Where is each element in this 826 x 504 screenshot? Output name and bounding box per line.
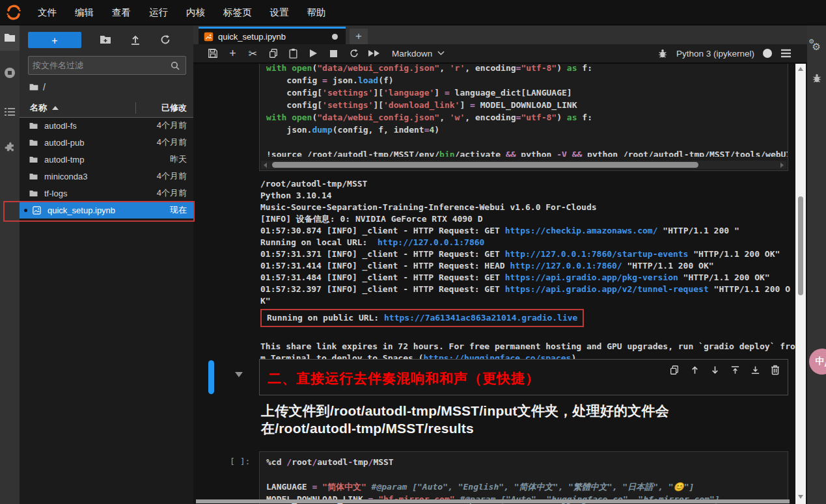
output-link[interactable]: https://7a61341ac863a21014.gradio.live [384, 313, 577, 323]
file-row-selected[interactable]: quick_setup.ipynb 现在 [20, 202, 193, 219]
scroll-down-arrow-icon[interactable] [798, 495, 803, 499]
cut-cells-icon[interactable]: ✂ [243, 46, 263, 61]
save-icon[interactable] [202, 46, 223, 61]
delete-icon[interactable] [769, 364, 781, 376]
debugger-bug-icon[interactable] [807, 65, 826, 91]
move-up-icon[interactable] [689, 364, 700, 376]
menu-kernel[interactable]: 内核 [177, 0, 214, 25]
menu-edit[interactable]: 编辑 [66, 0, 103, 25]
cell-type-dropdown[interactable]: Markdown [392, 49, 445, 59]
code-editor[interactable]: %cd /root/autodl-tmp/MSST LANGUAGE = "简体… [260, 452, 788, 504]
duplicate-icon[interactable] [668, 364, 680, 376]
toolbar-right-group: Python 3 (ipykernel) [657, 48, 792, 59]
folder-icon [29, 121, 39, 131]
insert-above-icon[interactable] [729, 364, 741, 376]
output-link[interactable]: https://checkip.amazonaws.com/ [505, 226, 658, 235]
scrollbar-thumb[interactable] [272, 162, 698, 168]
tab-modified-dot[interactable] [332, 34, 338, 40]
right-sidebar: ⚙⚙ [807, 25, 826, 504]
unsaved-dot [24, 209, 27, 212]
extensions-icon[interactable] [0, 135, 20, 161]
paste-cells-icon[interactable] [283, 46, 303, 61]
tab-quick-setup[interactable]: quick_setup.ipynb [199, 27, 346, 44]
scrollbar-thumb[interactable] [798, 196, 803, 295]
cell-horizontal-scrollbar[interactable] [261, 161, 786, 169]
run-cell-icon[interactable] [303, 46, 324, 61]
file-list-header: 名称 已修改 [20, 99, 193, 118]
cell-collapser-icon[interactable] [235, 372, 243, 377]
output-link[interactable]: https://api.gradio.app/v2/tunnel-request [505, 284, 709, 294]
file-row[interactable]: autodl-pub 4个月前 [20, 134, 193, 151]
chevron-down-icon [437, 51, 445, 56]
output-link[interactable]: http://127.0.0.1:7860/ [510, 261, 622, 271]
property-inspector-gears-icon[interactable]: ⚙⚙ [807, 34, 826, 60]
menu-bar: 文件 编辑 查看 运行 内核 标签页 设置 帮助 [0, 0, 826, 25]
file-row[interactable]: tf-logs 4个月前 [20, 185, 193, 202]
upload-icon[interactable] [120, 34, 150, 46]
running-sessions-icon[interactable] [0, 60, 20, 86]
file-browser-toolbar: + [20, 29, 193, 51]
code-editor[interactable]: with open("data/webui_config.json", 'r',… [260, 64, 788, 157]
cell2-horizontal-scrollbar[interactable] [196, 499, 790, 503]
cell-selection-bar[interactable] [208, 360, 214, 394]
menu-tabs[interactable]: 标签页 [214, 0, 261, 25]
breadcrumb-root[interactable]: / [43, 82, 46, 92]
copy-cells-icon[interactable] [263, 46, 283, 61]
notebook-panel: quick_setup.ipynb + + ✂ [193, 25, 807, 504]
column-header-modified[interactable]: 已修改 [136, 102, 193, 114]
restart-kernel-icon[interactable] [344, 46, 364, 61]
output-link[interactable]: https://api.gradio.app/pkg-version [505, 272, 678, 282]
file-browser-panel: + / 名称 已修改 [20, 25, 193, 504]
search-icon [170, 60, 180, 71]
activity-bar [0, 25, 20, 504]
column-header-name[interactable]: 名称 [20, 102, 135, 114]
file-row[interactable]: miniconda3 4个月前 [20, 168, 193, 185]
app-logo-icon [5, 4, 22, 21]
folder-icon [29, 172, 39, 181]
scroll-left-arrow-icon[interactable] [264, 163, 267, 168]
code-cell-2[interactable]: %cd /root/autodl-tmp/MSST LANGUAGE = "简体… [259, 451, 788, 504]
add-cell-icon[interactable]: + [223, 46, 243, 61]
menu-file[interactable]: 文件 [29, 0, 66, 25]
new-launcher-button[interactable]: + [28, 32, 81, 48]
insert-below-icon[interactable] [749, 364, 761, 376]
file-row[interactable]: autodl-fs 4个月前 [20, 117, 193, 134]
toolbar-menu-icon[interactable] [780, 49, 792, 58]
kernel-switcher[interactable]: Python 3 (ipykernel) [676, 49, 754, 59]
tab-title: quick_setup.ipynb [218, 32, 286, 42]
restart-run-all-icon[interactable] [364, 46, 384, 61]
kernel-status-indicator[interactable] [763, 49, 772, 58]
new-tab-button[interactable]: + [350, 29, 368, 44]
scroll-up-arrow-icon[interactable] [798, 67, 803, 71]
output-link[interactable]: http://127.0.0.1:7860/startup-events [505, 249, 689, 259]
markdown-paragraph: 上传文件到/root/autodl-tmp/MSST/input文件夹，处理好的… [261, 402, 697, 437]
menu-help[interactable]: 帮助 [298, 0, 335, 25]
cell-prompt: [ ]: [230, 457, 257, 466]
jupyterlab-window: 文件 编辑 查看 运行 内核 标签页 设置 帮助 + [0, 0, 826, 504]
notebook-toolbar: + ✂ Markdown Python 3 (ipyker [193, 44, 807, 64]
folder-icon [29, 155, 39, 165]
interrupt-kernel-icon[interactable] [324, 46, 344, 61]
notebook-tab-icon [204, 32, 213, 42]
output-link[interactable]: http://127.0.0.1:7860 [378, 237, 484, 247]
scroll-right-arrow-icon[interactable] [780, 163, 784, 168]
markdown-cell[interactable]: 二、直接运行去伴奏混响和和声（更快捷） [259, 359, 788, 395]
menu-run[interactable]: 运行 [140, 0, 177, 25]
file-filter-box [28, 56, 186, 75]
menu-settings[interactable]: 设置 [261, 0, 298, 25]
table-of-contents-icon[interactable] [0, 99, 20, 125]
file-filter-input[interactable] [29, 60, 170, 70]
folder-icon [29, 189, 39, 198]
annotation-public-url: Running on public URL: https://7a61341ac… [260, 309, 584, 327]
tab-bar: quick_setup.ipynb + [193, 25, 807, 44]
notebook-vertical-scrollbar[interactable] [795, 64, 806, 504]
file-browser-icon[interactable] [0, 25, 20, 51]
file-row[interactable]: autodl-tmp 昨天 [20, 151, 193, 168]
move-down-icon[interactable] [709, 364, 721, 376]
refresh-icon[interactable] [150, 34, 180, 46]
menu-view[interactable]: 查看 [103, 0, 140, 25]
code-cell-1[interactable]: with open("data/webui_config.json", 'r',… [259, 64, 788, 171]
breadcrumb[interactable]: / [29, 79, 46, 95]
new-folder-icon[interactable] [90, 33, 120, 46]
debugger-bug-icon[interactable] [657, 48, 668, 59]
